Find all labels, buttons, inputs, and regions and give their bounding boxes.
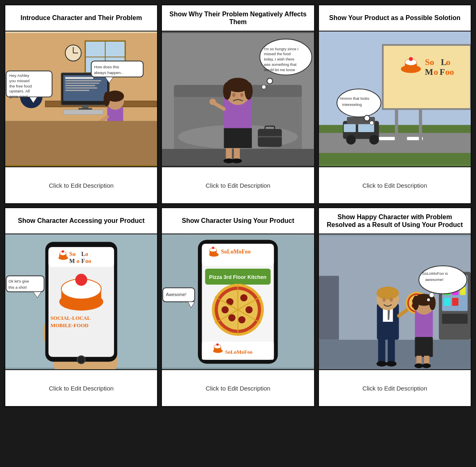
- cell-4-description[interactable]: Click to Edit Description: [5, 369, 157, 406]
- svg-text:o: o: [446, 57, 450, 67]
- svg-rect-58: [226, 148, 232, 160]
- svg-point-82: [346, 135, 355, 144]
- svg-text:today..I wish there: today..I wish there: [264, 57, 295, 61]
- svg-point-53: [223, 82, 231, 100]
- storyboard-cell-6: Show Happy Character with Problem Resolv…: [318, 207, 472, 407]
- svg-point-61: [231, 159, 242, 164]
- svg-point-204: [376, 361, 386, 367]
- svg-rect-185: [319, 276, 339, 339]
- svg-point-63: [210, 99, 216, 105]
- svg-text:M: M: [69, 258, 75, 264]
- svg-point-93: [409, 57, 413, 61]
- svg-point-192: [390, 298, 393, 302]
- storyboard-cell-5: Show Character Using Your Product SoLoMo…: [161, 207, 315, 407]
- svg-text:F: F: [81, 258, 85, 264]
- cell-2-title: Show Why Their Problem Negatively Affect…: [162, 5, 314, 31]
- svg-rect-44: [5, 121, 157, 165]
- svg-rect-84: [344, 124, 355, 132]
- svg-text:Pizza 3rd Floor Kitchen: Pizza 3rd Floor Kitchen: [209, 274, 267, 280]
- svg-rect-59: [234, 148, 240, 160]
- svg-text:intereseting: intereseting: [342, 103, 361, 107]
- svg-point-54: [245, 82, 253, 100]
- scene5-svg: SoLoMoFoo Pizza 3rd Floor Kitchen: [162, 234, 314, 369]
- svg-text:was something that: was something that: [264, 63, 297, 67]
- svg-text:the free food: the free food: [9, 84, 32, 88]
- svg-text:Awesome!: Awesome!: [166, 292, 186, 297]
- svg-text:o: o: [76, 258, 79, 264]
- svg-point-26: [103, 92, 110, 106]
- svg-text:L: L: [81, 251, 85, 257]
- cell-3-image[interactable]: So L o M o F oo Hmmm that looks interese…: [319, 31, 471, 166]
- svg-text:Hey Ashley: Hey Ashley: [9, 73, 29, 78]
- storyboard-cell-2: Show Why Their Problem Negatively Affect…: [161, 4, 315, 204]
- svg-point-218: [427, 298, 430, 301]
- svg-rect-13: [65, 83, 99, 84]
- storyboard-cell-1: Introduce Character and Their Problem: [4, 4, 158, 204]
- svg-rect-85: [358, 124, 374, 132]
- svg-point-134: [77, 356, 85, 364]
- svg-point-190: [376, 287, 399, 299]
- scene6-svg: SoLoMoFoo is awesome!: [319, 234, 471, 369]
- svg-point-210: [429, 296, 436, 310]
- svg-text:oo: oo: [445, 67, 454, 77]
- svg-rect-203: [388, 339, 395, 363]
- cell-5-image[interactable]: SoLoMoFoo Pizza 3rd Floor Kitchen: [162, 234, 314, 369]
- cell-1-description[interactable]: Click to Edit Description: [5, 166, 157, 203]
- svg-text:Hmmm that looks: Hmmm that looks: [339, 97, 369, 101]
- svg-rect-87: [419, 107, 422, 143]
- svg-point-191: [382, 298, 386, 302]
- svg-text:M: M: [425, 67, 433, 77]
- svg-point-120: [62, 250, 64, 253]
- svg-point-69: [262, 85, 266, 89]
- svg-point-214: [414, 363, 423, 368]
- scene1-svg: Hey Ashley you missed the free food upst…: [5, 31, 157, 166]
- svg-rect-57: [224, 128, 252, 148]
- cell-6-image[interactable]: SoLoMoFoo is awesome!: [319, 234, 471, 369]
- cell-3-title: Show Your Product as a Possible Solotion: [319, 5, 471, 31]
- svg-point-156: [238, 316, 246, 323]
- svg-text:So: So: [69, 251, 75, 257]
- scene2-svg: I'm so hungry since I missed the food to…: [162, 31, 314, 166]
- svg-text:How does this: How does this: [94, 65, 119, 69]
- svg-text:SoLoMoFoo is: SoLoMoFoo is: [422, 271, 448, 276]
- svg-rect-78: [379, 137, 395, 140]
- svg-text:MOBILE-FOOD: MOBILE-FOOD: [50, 323, 88, 328]
- cell-4-image[interactable]: So L o M o F oo SOCIAL-LOCAL MOBILE-FOOD: [5, 234, 157, 369]
- cell-2-description[interactable]: Click to Edit Description: [162, 166, 314, 203]
- svg-rect-184: [452, 298, 458, 306]
- cell-4-title: Show Character Accessing your Product: [5, 208, 157, 234]
- svg-text:this a shot!: this a shot!: [9, 285, 27, 290]
- svg-point-154: [240, 294, 248, 301]
- svg-rect-64: [258, 129, 282, 147]
- svg-rect-183: [444, 298, 451, 306]
- svg-text:always happen..: always happen..: [94, 70, 123, 75]
- svg-point-205: [386, 361, 396, 367]
- svg-text:o: o: [85, 251, 88, 257]
- svg-point-131: [75, 274, 87, 286]
- svg-text:Ok let's give: Ok let's give: [9, 279, 29, 283]
- svg-point-68: [267, 78, 273, 84]
- svg-text:SoLoMoFoo: SoLoMoFoo: [221, 249, 251, 255]
- svg-point-103: [370, 121, 374, 125]
- cell-5-title: Show Character Using Your Product: [162, 208, 314, 234]
- svg-point-55: [232, 93, 236, 97]
- svg-point-157: [229, 314, 236, 321]
- cell-1-image[interactable]: Hey Ashley you missed the free food upst…: [5, 31, 157, 166]
- cell-6-description[interactable]: Click to Edit Description: [319, 369, 471, 406]
- svg-rect-66: [258, 136, 282, 137]
- svg-text:SOCIAL-LOCAL: SOCIAL-LOCAL: [50, 315, 90, 321]
- cell-2-image[interactable]: I'm so hungry since I missed the food to…: [162, 31, 314, 166]
- storyboard-cell-3: Show Your Product as a Possible Solotion: [318, 4, 472, 204]
- svg-rect-86: [395, 107, 398, 143]
- cell-3-description[interactable]: Click to Edit Description: [319, 166, 471, 203]
- svg-point-56: [240, 93, 244, 97]
- cell-6-title: Show Happy Character with Problem Resolv…: [319, 208, 471, 234]
- cell-1-title: Introduce Character and Their Problem: [5, 5, 157, 31]
- svg-rect-12: [65, 80, 101, 81]
- svg-rect-211: [415, 337, 433, 357]
- svg-rect-19: [63, 110, 103, 115]
- storyboard-grid: Introduce Character and Their Problem: [4, 4, 472, 407]
- svg-point-153: [227, 298, 234, 305]
- cell-5-description[interactable]: Click to Edit Description: [162, 369, 314, 406]
- svg-text:would let me know: would let me know: [264, 68, 296, 72]
